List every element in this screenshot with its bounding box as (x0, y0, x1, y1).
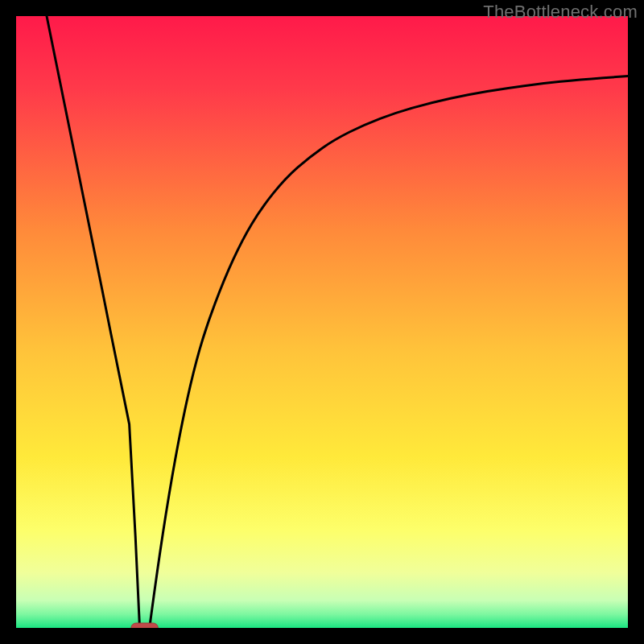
minimum-marker (131, 623, 158, 628)
watermark-text: TheBottleneck.com (483, 2, 638, 23)
optimum-pill (131, 623, 158, 628)
plot-svg (16, 16, 628, 628)
plot-area (16, 16, 628, 628)
chart-frame: TheBottleneck.com (0, 0, 644, 644)
